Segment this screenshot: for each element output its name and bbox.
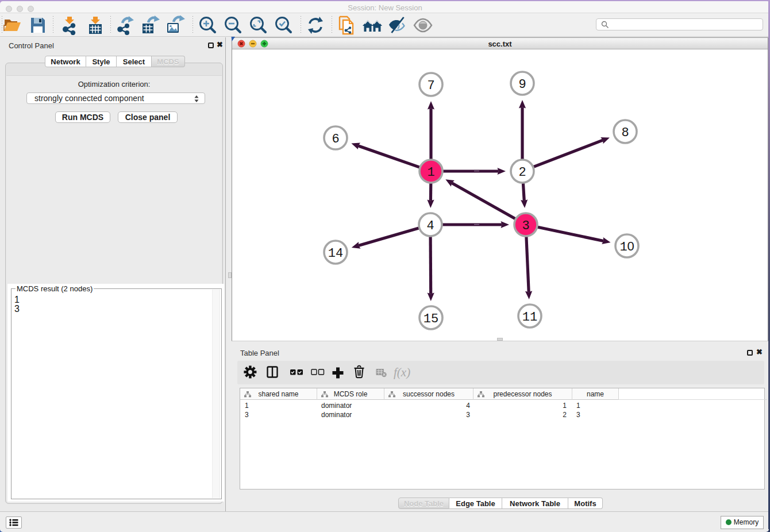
- svg-text:0: 0: [627, 239, 634, 253]
- svg-text:f(x): f(x): [394, 365, 410, 379]
- svg-text:6: 6: [332, 132, 339, 147]
- svg-text:14: 14: [328, 246, 343, 261]
- svg-text:11: 11: [522, 310, 537, 325]
- svg-text:1: 1: [620, 240, 627, 255]
- svg-text:2: 2: [518, 165, 526, 180]
- svg-text:15: 15: [424, 312, 438, 326]
- svg-text:1: 1: [427, 165, 434, 180]
- svg-text:9: 9: [518, 78, 526, 92]
- svg-text:4: 4: [426, 219, 434, 233]
- svg-text:3: 3: [522, 219, 529, 233]
- svg-text:8: 8: [621, 126, 629, 140]
- svg-text:7: 7: [427, 79, 434, 93]
